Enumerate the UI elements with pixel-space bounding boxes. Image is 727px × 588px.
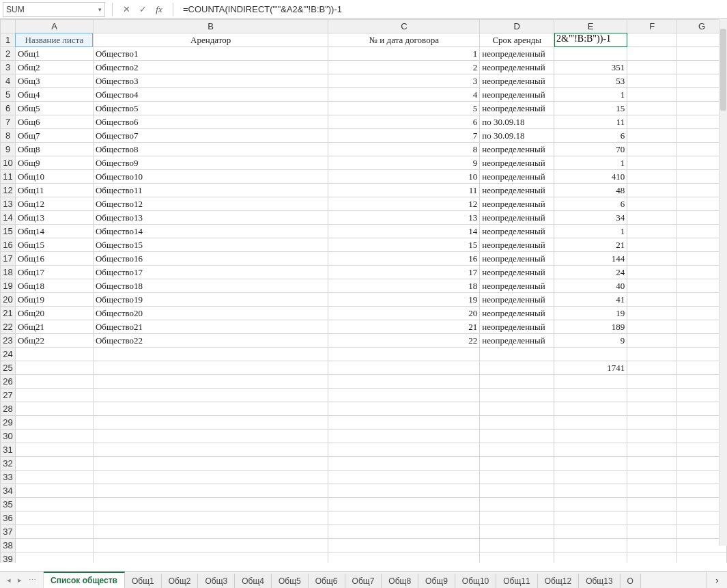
insert-function-button[interactable]: fx [152, 3, 166, 16]
cell-A11[interactable]: Общ10 [15, 170, 93, 184]
header-cell-D[interactable]: Срок аренды [480, 33, 554, 47]
row-header[interactable]: 22 [1, 320, 16, 334]
formula-input[interactable] [180, 2, 727, 17]
row-header[interactable]: 10 [1, 156, 16, 170]
cell-F3[interactable] [627, 61, 677, 74]
cell-D10[interactable]: неопределенный [480, 156, 554, 170]
cell-B35[interactable] [93, 498, 328, 512]
cell-D34[interactable] [480, 484, 554, 498]
cell-C37[interactable] [328, 525, 480, 539]
cell-A35[interactable] [15, 498, 93, 512]
cancel-formula-button[interactable]: ✕ [119, 3, 133, 16]
cell-A36[interactable] [15, 512, 93, 525]
cell-D35[interactable] [480, 498, 554, 512]
cell-F17[interactable] [627, 252, 677, 266]
column-header-C[interactable]: C [328, 20, 480, 33]
cell-F10[interactable] [627, 156, 677, 170]
column-header-D[interactable]: D [480, 20, 554, 33]
cell-C34[interactable] [328, 484, 480, 498]
cell-F37[interactable] [627, 525, 677, 539]
cell-D36[interactable] [480, 512, 554, 525]
cell-E39[interactable] [554, 552, 627, 563]
cell-E37[interactable] [554, 525, 627, 539]
cell-D19[interactable]: неопределенный [480, 279, 554, 293]
cell-E13[interactable]: 6 [554, 197, 627, 211]
cell-A6[interactable]: Общ5 [15, 102, 93, 115]
cell-C29[interactable] [328, 416, 480, 430]
header-cell-F[interactable] [627, 33, 677, 47]
vertical-scrollbar[interactable] [719, 19, 727, 546]
cell-A2[interactable]: Общ1 [15, 47, 93, 61]
cell-D4[interactable]: неопределенный [480, 74, 554, 88]
cell-F35[interactable] [627, 498, 677, 512]
cell-A39[interactable] [15, 552, 93, 563]
cell-A7[interactable]: Общ6 [15, 115, 93, 129]
cell-B31[interactable] [93, 443, 328, 457]
row-header[interactable]: 17 [1, 252, 16, 266]
row-header[interactable]: 19 [1, 279, 16, 293]
cell-F16[interactable] [627, 238, 677, 252]
cell-B36[interactable] [93, 512, 328, 525]
sheet-tab[interactable]: Общ1 [125, 574, 162, 588]
sheet-tab[interactable]: Общ2 [162, 574, 199, 588]
cell-D5[interactable]: неопределенный [480, 88, 554, 102]
row-header[interactable]: 33 [1, 471, 16, 484]
cell-D9[interactable]: неопределенный [480, 143, 554, 156]
cell-C28[interactable] [328, 402, 480, 416]
cell-E38[interactable] [554, 539, 627, 552]
cell-C10[interactable]: 9 [328, 156, 480, 170]
cell-C2[interactable]: 1 [328, 47, 480, 61]
cell-C35[interactable] [328, 498, 480, 512]
sheet-tab[interactable]: Общ12 [538, 574, 579, 588]
sheet-tab[interactable]: Общ13 [579, 574, 620, 588]
cell-F36[interactable] [627, 512, 677, 525]
cell-D39[interactable] [480, 552, 554, 563]
header-cell-C[interactable]: № и дата договора [328, 33, 480, 47]
cell-C20[interactable]: 19 [328, 293, 480, 307]
cell-E24[interactable] [554, 348, 627, 361]
cell-C19[interactable]: 18 [328, 279, 480, 293]
cell-D25[interactable] [480, 361, 554, 375]
cell-B8[interactable]: Общество7 [93, 129, 328, 143]
cell-D2[interactable]: неопределенный [480, 47, 554, 61]
cell-A27[interactable] [15, 389, 93, 402]
cell-F4[interactable] [627, 74, 677, 88]
column-header-A[interactable]: A [15, 20, 93, 33]
cell-A26[interactable] [15, 375, 93, 389]
row-header[interactable]: 31 [1, 443, 16, 457]
cell-D23[interactable]: неопределенный [480, 334, 554, 348]
row-header[interactable]: 18 [1, 266, 16, 279]
cell-D20[interactable]: неопределенный [480, 293, 554, 307]
tab-nav-more-icon[interactable]: ⋯ [29, 576, 36, 585]
cell-F12[interactable] [627, 184, 677, 197]
cell-E29[interactable] [554, 416, 627, 430]
cell-B22[interactable]: Общество21 [93, 320, 328, 334]
cell-D30[interactable] [480, 430, 554, 443]
sheet-tab[interactable]: Общ11 [496, 574, 537, 588]
row-header[interactable]: 34 [1, 484, 16, 498]
sheet-tab[interactable]: Общ7 [345, 574, 382, 588]
cell-A17[interactable]: Общ16 [15, 252, 93, 266]
row-header[interactable]: 37 [1, 525, 16, 539]
cell-C17[interactable]: 16 [328, 252, 480, 266]
cell-E32[interactable] [554, 457, 627, 471]
cell-C13[interactable]: 12 [328, 197, 480, 211]
cell-A18[interactable]: Общ17 [15, 266, 93, 279]
cell-D21[interactable]: неопределенный [480, 307, 554, 320]
cell-D7[interactable]: по 30.09.18 [480, 115, 554, 129]
row-header[interactable]: 9 [1, 143, 16, 156]
cell-A33[interactable] [15, 471, 93, 484]
cell-F38[interactable] [627, 539, 677, 552]
cell-E10[interactable]: 1 [554, 156, 627, 170]
cell-A31[interactable] [15, 443, 93, 457]
cell-B32[interactable] [93, 457, 328, 471]
cell-C23[interactable]: 22 [328, 334, 480, 348]
cell-D37[interactable] [480, 525, 554, 539]
cell-B24[interactable] [93, 348, 328, 361]
cell-D16[interactable]: неопределенный [480, 238, 554, 252]
cell-A15[interactable]: Общ14 [15, 225, 93, 238]
cell-A10[interactable]: Общ9 [15, 156, 93, 170]
cell-A8[interactable]: Общ7 [15, 129, 93, 143]
row-header[interactable]: 21 [1, 307, 16, 320]
column-header-E[interactable]: E [554, 20, 627, 33]
